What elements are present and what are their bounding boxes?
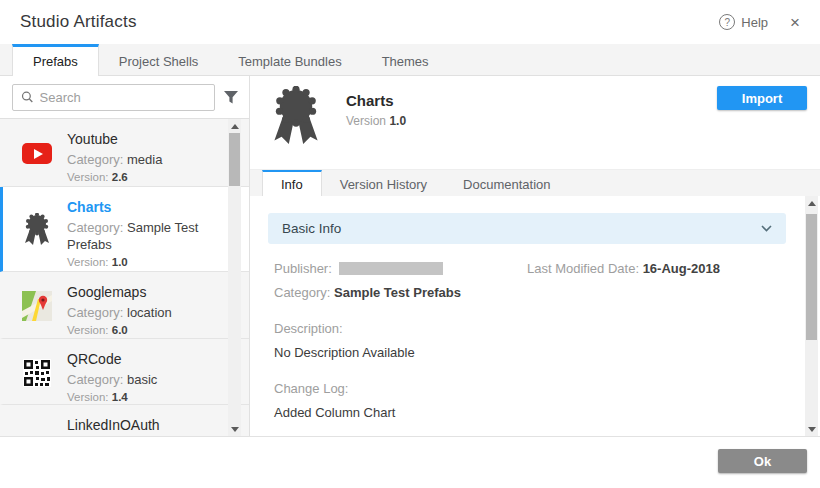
- item-title: Charts: [67, 199, 223, 215]
- tab-documentation[interactable]: Documentation: [445, 170, 568, 196]
- sidebar-scrollbar[interactable]: [228, 119, 241, 436]
- content-scrollbar[interactable]: [805, 196, 818, 436]
- last-modified-value: 16-Aug-2018: [643, 261, 720, 276]
- description-label: Description:: [274, 321, 786, 336]
- help-button[interactable]: ? Help: [719, 14, 768, 30]
- studio-artifacts-dialog: Studio Artifacts ? Help × Prefabs Projec…: [0, 0, 820, 488]
- scroll-down-icon[interactable]: [228, 423, 241, 435]
- item-title: QRCode: [67, 351, 223, 367]
- last-modified-label: Last Modified Date:: [527, 261, 639, 276]
- question-circle-icon: ?: [719, 14, 735, 30]
- search-input[interactable]: [40, 90, 206, 105]
- changelog-value: Added Column Chart: [274, 405, 786, 420]
- sidebar: Youtube Category: media Version: 2.6: [0, 76, 250, 436]
- publisher-row: Publisher: Last Modified Date: 16-Aug-20…: [274, 261, 786, 276]
- list-item-charts[interactable]: Charts Category: Sample Test Prefabs Ver…: [0, 187, 249, 272]
- list-item-linkedinoauth[interactable]: in LinkedInOAuth: [0, 405, 249, 436]
- category-row: Category: Sample Test Prefabs: [274, 285, 786, 300]
- ribbon-icon: [21, 199, 53, 261]
- detail-title: Charts: [346, 92, 406, 109]
- publisher-redacted-value: [339, 262, 443, 275]
- list-item-youtube[interactable]: Youtube Category: media Version: 2.6: [0, 119, 249, 187]
- close-icon[interactable]: ×: [790, 14, 800, 31]
- info-content: Basic Info Publisher: Last Modified Date…: [250, 196, 820, 436]
- filter-icon[interactable]: [223, 90, 239, 105]
- basic-info-section-header[interactable]: Basic Info: [268, 213, 786, 244]
- detail-panel: Charts Version 1.0 Import Info Version H…: [250, 76, 820, 436]
- tab-themes[interactable]: Themes: [362, 44, 449, 75]
- tab-prefabs[interactable]: Prefabs: [12, 44, 99, 76]
- list-item-qrcode[interactable]: QRCode Category: basic Version: 1.4: [0, 339, 249, 405]
- category-label: Category:: [274, 285, 330, 300]
- item-title: LinkedInOAuth: [67, 417, 223, 433]
- dialog-footer: Ok: [0, 437, 820, 488]
- dialog-title: Studio Artifacts: [20, 12, 137, 32]
- detail-tabbar: Info Version History Documentation: [250, 169, 820, 196]
- ok-button[interactable]: Ok: [718, 449, 807, 473]
- search-box[interactable]: [12, 84, 215, 111]
- item-title: Youtube: [67, 131, 223, 147]
- publisher-label: Publisher:: [274, 261, 332, 276]
- scroll-down-icon[interactable]: [805, 423, 818, 435]
- prefab-list: Youtube Category: media Version: 2.6: [0, 118, 249, 436]
- tab-template-bundles[interactable]: Template Bundles: [218, 44, 361, 75]
- search-row: [0, 76, 249, 118]
- category-value: Sample Test Prefabs: [334, 285, 461, 300]
- titlebar: Studio Artifacts ? Help ×: [0, 0, 820, 44]
- tab-project-shells[interactable]: Project Shells: [99, 44, 218, 75]
- tab-version-history[interactable]: Version History: [322, 170, 445, 196]
- import-button[interactable]: Import: [717, 86, 807, 110]
- detail-header: Charts Version 1.0 Import: [250, 76, 820, 169]
- youtube-icon: [21, 131, 53, 176]
- version-value: 1.0: [389, 114, 406, 128]
- scrollbar-thumb[interactable]: [229, 133, 240, 186]
- item-title: Googlemaps: [67, 284, 223, 300]
- scroll-up-icon[interactable]: [805, 197, 818, 209]
- scroll-up-icon[interactable]: [228, 120, 241, 132]
- basic-info-title: Basic Info: [282, 221, 761, 236]
- help-label: Help: [741, 15, 768, 30]
- list-item-googlemaps[interactable]: Googlemaps Category: location Version: 6…: [0, 272, 249, 339]
- version-label: Version: [346, 114, 386, 128]
- tab-info[interactable]: Info: [262, 170, 322, 196]
- scrollbar-thumb[interactable]: [806, 214, 817, 340]
- ribbon-icon-large: [268, 86, 324, 148]
- qrcode-icon: [21, 351, 53, 394]
- main-tabbar: Prefabs Project Shells Template Bundles …: [0, 44, 820, 76]
- chevron-down-icon: [761, 225, 772, 232]
- description-value: No Description Available: [274, 345, 786, 360]
- search-icon: [21, 90, 34, 104]
- map-icon: [21, 284, 53, 328]
- changelog-label: Change Log:: [274, 381, 786, 396]
- linkedin-icon: in: [21, 417, 53, 436]
